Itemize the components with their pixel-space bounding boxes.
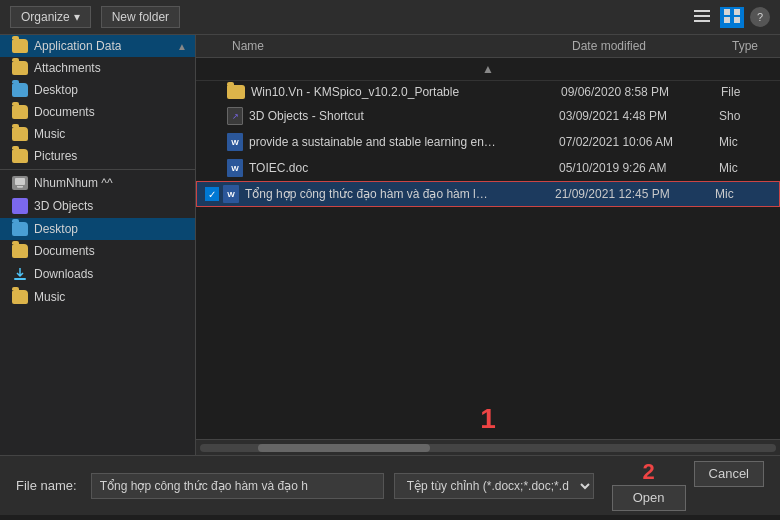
sidebar-item-desktop2[interactable]: Desktop: [0, 218, 195, 240]
bottom-buttons: 2 Open Cancel: [612, 461, 764, 511]
organize-button[interactable]: Organize ▾: [10, 6, 91, 28]
folder-icon: [12, 290, 28, 304]
up-arrow-icon: ▲: [482, 62, 494, 76]
sidebar-item-label: Documents: [34, 244, 95, 258]
folder-blue-icon: [12, 222, 28, 236]
marker-1-area: 1: [196, 399, 780, 439]
table-row[interactable]: Win10.Vn - KMSpico_v10.2.0_Portable 09/0…: [196, 81, 780, 103]
sidebar-list: Application Data ▲ Attachments Desktop D…: [0, 35, 196, 308]
sidebar-item-label: Documents: [34, 105, 95, 119]
cancel-button[interactable]: Cancel: [694, 461, 764, 487]
scroll-track: [200, 444, 776, 452]
view-list-button[interactable]: [690, 7, 714, 27]
help-button[interactable]: ?: [750, 7, 770, 27]
folder-icon: [12, 61, 28, 75]
sidebar-item-pictures[interactable]: Pictures: [0, 145, 195, 167]
table-row[interactable]: W Tổng hợp công thức đạo hàm và đạo hàm …: [196, 181, 780, 207]
file-name: 3D Objects - Shortcut: [249, 109, 559, 123]
file-name-label: File name:: [16, 478, 77, 493]
file-type-select[interactable]: Tệp tùy chỉnh (*.docx;*.doc;*.do: [394, 473, 594, 499]
file-name: provide a sustainable and stable learnin…: [249, 135, 559, 149]
svg-rect-10: [14, 278, 26, 280]
cancel-label: Cancel: [709, 466, 749, 481]
sidebar-item-nhumhum[interactable]: NhumNhum ^^: [0, 172, 195, 194]
file-list: Win10.Vn - KMSpico_v10.2.0_Portable 09/0…: [196, 81, 780, 399]
folder-blue-icon: [12, 83, 28, 97]
file-name: TOIEC.doc: [249, 161, 559, 175]
open-button[interactable]: Open: [612, 485, 686, 511]
svg-rect-4: [734, 9, 740, 15]
open-label: Open: [633, 490, 665, 505]
svg-rect-2: [694, 20, 710, 22]
sidebar-item-documents[interactable]: Documents: [0, 101, 195, 123]
sidebar-item-application-data[interactable]: Application Data ▲: [0, 35, 195, 57]
sidebar-item-music[interactable]: Music: [0, 123, 195, 145]
word-icon: W: [223, 185, 239, 203]
table-row[interactable]: ↗ 3D Objects - Shortcut 03/09/2021 4:48 …: [196, 103, 780, 129]
scroll-thumb: [258, 444, 431, 452]
sidebar-item-desktop[interactable]: Desktop: [0, 79, 195, 101]
col-date-header[interactable]: Date modified: [572, 39, 732, 53]
file-date: 21/09/2021 12:45 PM: [555, 187, 715, 201]
open-button-area: 2 Open: [612, 461, 686, 511]
col-type-header[interactable]: Type: [732, 39, 772, 53]
folder-icon: [12, 149, 28, 163]
bottom-bar: File name: Tệp tùy chỉnh (*.docx;*.doc;*…: [0, 455, 780, 515]
download-icon: [12, 266, 28, 282]
sidebar-item-downloads[interactable]: Downloads: [0, 262, 195, 286]
file-checkbox[interactable]: [205, 187, 219, 201]
3d-objects-icon: [12, 198, 28, 214]
organize-label: Organize: [21, 10, 70, 24]
marker-2: 2: [643, 461, 655, 483]
file-date: 03/09/2021 4:48 PM: [559, 109, 719, 123]
file-type: Sho: [719, 109, 771, 123]
file-name-input[interactable]: [91, 473, 384, 499]
sidebar-item-label: NhumNhum ^^: [34, 176, 113, 190]
folder-icon: [12, 39, 28, 53]
marker-1: 1: [480, 403, 496, 435]
svg-rect-5: [724, 17, 730, 23]
toolbar: Organize ▾ New folder ?: [0, 0, 780, 35]
organize-dropdown-icon: ▾: [74, 10, 80, 24]
table-row[interactable]: W provide a sustainable and stable learn…: [196, 129, 780, 155]
file-type: Mic: [715, 187, 771, 201]
file-type: File: [721, 85, 771, 99]
sidebar-item-label: Downloads: [34, 267, 93, 281]
sidebar-item-label: Application Data: [34, 39, 121, 53]
sidebar-item-label: Music: [34, 290, 65, 304]
up-arrow-row[interactable]: ▲: [196, 58, 780, 81]
help-label: ?: [757, 11, 763, 23]
new-folder-button[interactable]: New folder: [101, 6, 180, 28]
svg-rect-8: [17, 186, 23, 188]
file-list-container: Name Date modified Type ▲ Win10.Vn - KMS…: [196, 35, 780, 455]
col-name-header[interactable]: Name: [232, 39, 572, 53]
file-date: 05/10/2019 9:26 AM: [559, 161, 719, 175]
folder-icon: [12, 127, 28, 141]
file-date: 07/02/2021 10:06 AM: [559, 135, 719, 149]
sidebar-item-3d-objects[interactable]: 3D Objects: [0, 194, 195, 218]
word-icon: W: [227, 159, 243, 177]
computer-icon: [12, 176, 28, 190]
file-type: Mic: [719, 161, 771, 175]
horizontal-scrollbar[interactable]: [196, 439, 780, 455]
scroll-up-indicator: ▲: [177, 41, 187, 52]
sidebar-item-label: 3D Objects: [34, 199, 93, 213]
folder-icon: [12, 244, 28, 258]
sidebar-item-attachments[interactable]: Attachments: [0, 57, 195, 79]
sidebar-item-label: Music: [34, 127, 65, 141]
new-folder-label: New folder: [112, 10, 169, 24]
sidebar-item-label: Pictures: [34, 149, 77, 163]
checkbox-col: [204, 39, 232, 53]
sidebar-item-label: Desktop: [34, 222, 78, 236]
file-date: 09/06/2020 8:58 PM: [561, 85, 721, 99]
shortcut-icon: ↗: [227, 107, 243, 125]
svg-rect-3: [724, 9, 730, 15]
table-row[interactable]: W TOIEC.doc 05/10/2019 9:26 AM Mic: [196, 155, 780, 181]
file-name: Tổng hợp công thức đạo hàm và đạo hàm l…: [245, 187, 555, 201]
sidebar: Application Data ▲ Attachments Desktop D…: [0, 35, 196, 455]
sidebar-item-documents2[interactable]: Documents: [0, 240, 195, 262]
svg-rect-1: [694, 15, 710, 17]
file-name: Win10.Vn - KMSpico_v10.2.0_Portable: [251, 85, 561, 99]
sidebar-item-music2[interactable]: Music: [0, 286, 195, 308]
view-tile-button[interactable]: [720, 7, 744, 28]
